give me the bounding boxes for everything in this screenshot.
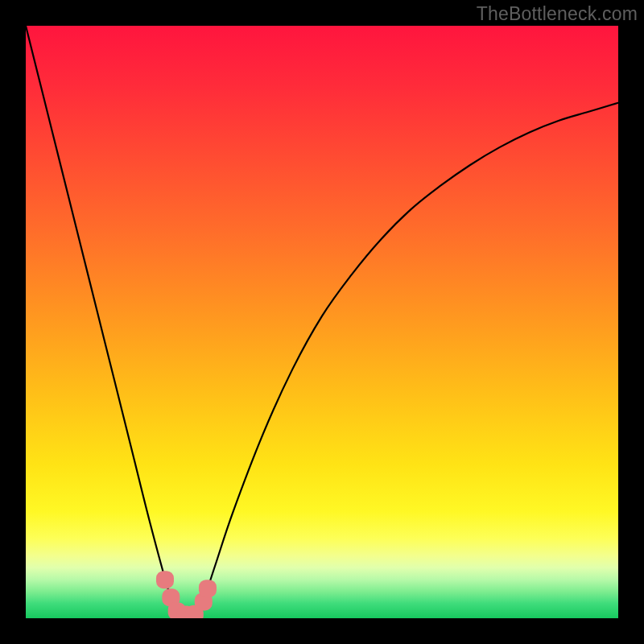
chart-frame: TheBottleneck.com [0,0,644,644]
highlight-marker [199,580,217,597]
gradient-background [26,26,618,618]
plot-area [26,26,618,618]
highlight-marker [156,571,174,588]
watermark-text: TheBottleneck.com [477,3,638,25]
bottleneck-chart [26,26,618,618]
